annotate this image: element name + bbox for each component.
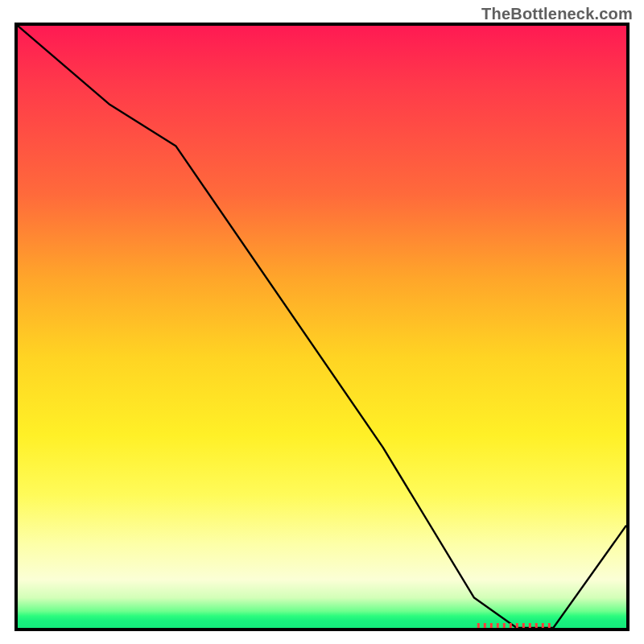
chart-overlay <box>18 26 626 628</box>
chart-container: TheBottleneck.com <box>0 0 644 644</box>
attribution-label: TheBottleneck.com <box>481 5 633 23</box>
bottleneck-curve <box>18 26 626 628</box>
plot-area <box>14 23 630 631</box>
